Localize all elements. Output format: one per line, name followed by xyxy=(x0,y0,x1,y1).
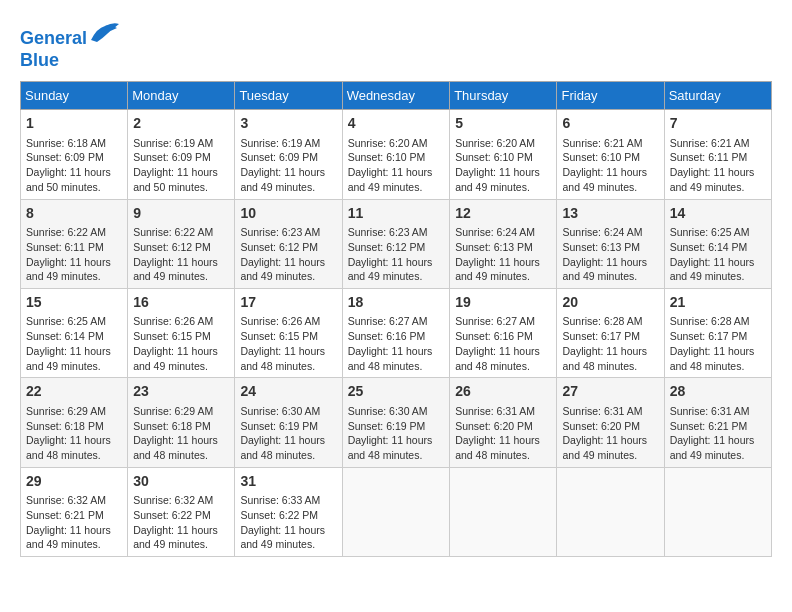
day-number: 15 xyxy=(26,293,122,313)
calendar-cell: 6Sunrise: 6:21 AMSunset: 6:10 PMDaylight… xyxy=(557,110,664,199)
calendar-cell: 2Sunrise: 6:19 AMSunset: 6:09 PMDaylight… xyxy=(128,110,235,199)
calendar-cell: 18Sunrise: 6:27 AMSunset: 6:16 PMDayligh… xyxy=(342,288,450,377)
daylight-text: Daylight: 11 hours and 49 minutes. xyxy=(240,256,325,283)
sunset-text: Sunset: 6:16 PM xyxy=(348,330,426,342)
weekday-wednesday: Wednesday xyxy=(342,82,450,110)
sunset-text: Sunset: 6:19 PM xyxy=(348,420,426,432)
daylight-text: Daylight: 11 hours and 48 minutes. xyxy=(26,434,111,461)
day-number: 16 xyxy=(133,293,229,313)
calendar-cell: 23Sunrise: 6:29 AMSunset: 6:18 PMDayligh… xyxy=(128,378,235,467)
sunrise-text: Sunrise: 6:25 AM xyxy=(670,226,750,238)
sunrise-text: Sunrise: 6:28 AM xyxy=(562,315,642,327)
sunrise-text: Sunrise: 6:27 AM xyxy=(348,315,428,327)
calendar-cell: 26Sunrise: 6:31 AMSunset: 6:20 PMDayligh… xyxy=(450,378,557,467)
calendar-cell: 8Sunrise: 6:22 AMSunset: 6:11 PMDaylight… xyxy=(21,199,128,288)
sunrise-text: Sunrise: 6:24 AM xyxy=(562,226,642,238)
day-number: 1 xyxy=(26,114,122,134)
daylight-text: Daylight: 11 hours and 48 minutes. xyxy=(133,434,218,461)
sunrise-text: Sunrise: 6:23 AM xyxy=(240,226,320,238)
sunrise-text: Sunrise: 6:19 AM xyxy=(240,137,320,149)
sunrise-text: Sunrise: 6:31 AM xyxy=(455,405,535,417)
week-row-1: 1Sunrise: 6:18 AMSunset: 6:09 PMDaylight… xyxy=(21,110,772,199)
calendar-cell: 1Sunrise: 6:18 AMSunset: 6:09 PMDaylight… xyxy=(21,110,128,199)
daylight-text: Daylight: 11 hours and 49 minutes. xyxy=(240,524,325,551)
calendar-cell: 15Sunrise: 6:25 AMSunset: 6:14 PMDayligh… xyxy=(21,288,128,377)
calendar-cell: 10Sunrise: 6:23 AMSunset: 6:12 PMDayligh… xyxy=(235,199,342,288)
calendar-cell: 21Sunrise: 6:28 AMSunset: 6:17 PMDayligh… xyxy=(664,288,771,377)
weekday-sunday: Sunday xyxy=(21,82,128,110)
weekday-thursday: Thursday xyxy=(450,82,557,110)
week-row-2: 8Sunrise: 6:22 AMSunset: 6:11 PMDaylight… xyxy=(21,199,772,288)
sunrise-text: Sunrise: 6:23 AM xyxy=(348,226,428,238)
sunset-text: Sunset: 6:09 PM xyxy=(133,151,211,163)
daylight-text: Daylight: 11 hours and 49 minutes. xyxy=(26,524,111,551)
weekday-monday: Monday xyxy=(128,82,235,110)
calendar-cell: 20Sunrise: 6:28 AMSunset: 6:17 PMDayligh… xyxy=(557,288,664,377)
day-number: 7 xyxy=(670,114,766,134)
calendar-cell xyxy=(557,467,664,556)
day-number: 4 xyxy=(348,114,445,134)
sunrise-text: Sunrise: 6:21 AM xyxy=(562,137,642,149)
sunrise-text: Sunrise: 6:25 AM xyxy=(26,315,106,327)
sunrise-text: Sunrise: 6:32 AM xyxy=(133,494,213,506)
sunset-text: Sunset: 6:18 PM xyxy=(26,420,104,432)
day-number: 12 xyxy=(455,204,551,224)
sunset-text: Sunset: 6:10 PM xyxy=(455,151,533,163)
day-number: 22 xyxy=(26,382,122,402)
day-number: 6 xyxy=(562,114,658,134)
sunset-text: Sunset: 6:11 PM xyxy=(26,241,104,253)
sunset-text: Sunset: 6:21 PM xyxy=(670,420,748,432)
sunrise-text: Sunrise: 6:22 AM xyxy=(26,226,106,238)
sunset-text: Sunset: 6:09 PM xyxy=(240,151,318,163)
day-number: 5 xyxy=(455,114,551,134)
calendar-cell: 28Sunrise: 6:31 AMSunset: 6:21 PMDayligh… xyxy=(664,378,771,467)
header: General Blue xyxy=(20,20,772,71)
sunset-text: Sunset: 6:17 PM xyxy=(562,330,640,342)
daylight-text: Daylight: 11 hours and 50 minutes. xyxy=(26,166,111,193)
sunset-text: Sunset: 6:15 PM xyxy=(240,330,318,342)
calendar-cell: 9Sunrise: 6:22 AMSunset: 6:12 PMDaylight… xyxy=(128,199,235,288)
week-row-5: 29Sunrise: 6:32 AMSunset: 6:21 PMDayligh… xyxy=(21,467,772,556)
daylight-text: Daylight: 11 hours and 49 minutes. xyxy=(133,524,218,551)
calendar-cell: 29Sunrise: 6:32 AMSunset: 6:21 PMDayligh… xyxy=(21,467,128,556)
daylight-text: Daylight: 11 hours and 48 minutes. xyxy=(240,434,325,461)
daylight-text: Daylight: 11 hours and 48 minutes. xyxy=(562,345,647,372)
sunset-text: Sunset: 6:14 PM xyxy=(670,241,748,253)
sunset-text: Sunset: 6:12 PM xyxy=(348,241,426,253)
daylight-text: Daylight: 11 hours and 48 minutes. xyxy=(348,434,433,461)
sunrise-text: Sunrise: 6:24 AM xyxy=(455,226,535,238)
daylight-text: Daylight: 11 hours and 49 minutes. xyxy=(562,434,647,461)
weekday-header-row: SundayMondayTuesdayWednesdayThursdayFrid… xyxy=(21,82,772,110)
calendar-table: SundayMondayTuesdayWednesdayThursdayFrid… xyxy=(20,81,772,557)
calendar-cell: 24Sunrise: 6:30 AMSunset: 6:19 PMDayligh… xyxy=(235,378,342,467)
calendar-cell: 27Sunrise: 6:31 AMSunset: 6:20 PMDayligh… xyxy=(557,378,664,467)
sunset-text: Sunset: 6:13 PM xyxy=(455,241,533,253)
calendar-cell: 13Sunrise: 6:24 AMSunset: 6:13 PMDayligh… xyxy=(557,199,664,288)
sunset-text: Sunset: 6:14 PM xyxy=(26,330,104,342)
sunset-text: Sunset: 6:12 PM xyxy=(133,241,211,253)
day-number: 14 xyxy=(670,204,766,224)
sunset-text: Sunset: 6:17 PM xyxy=(670,330,748,342)
sunset-text: Sunset: 6:10 PM xyxy=(562,151,640,163)
daylight-text: Daylight: 11 hours and 49 minutes. xyxy=(133,345,218,372)
sunrise-text: Sunrise: 6:19 AM xyxy=(133,137,213,149)
sunrise-text: Sunrise: 6:20 AM xyxy=(348,137,428,149)
calendar-cell: 31Sunrise: 6:33 AMSunset: 6:22 PMDayligh… xyxy=(235,467,342,556)
sunrise-text: Sunrise: 6:30 AM xyxy=(240,405,320,417)
sunset-text: Sunset: 6:21 PM xyxy=(26,509,104,521)
calendar-cell: 17Sunrise: 6:26 AMSunset: 6:15 PMDayligh… xyxy=(235,288,342,377)
week-row-3: 15Sunrise: 6:25 AMSunset: 6:14 PMDayligh… xyxy=(21,288,772,377)
day-number: 29 xyxy=(26,472,122,492)
sunset-text: Sunset: 6:11 PM xyxy=(670,151,748,163)
weekday-friday: Friday xyxy=(557,82,664,110)
calendar-cell: 30Sunrise: 6:32 AMSunset: 6:22 PMDayligh… xyxy=(128,467,235,556)
daylight-text: Daylight: 11 hours and 48 minutes. xyxy=(455,434,540,461)
calendar-cell: 14Sunrise: 6:25 AMSunset: 6:14 PMDayligh… xyxy=(664,199,771,288)
day-number: 21 xyxy=(670,293,766,313)
daylight-text: Daylight: 11 hours and 49 minutes. xyxy=(133,256,218,283)
calendar-cell xyxy=(450,467,557,556)
daylight-text: Daylight: 11 hours and 49 minutes. xyxy=(348,256,433,283)
sunrise-text: Sunrise: 6:26 AM xyxy=(240,315,320,327)
day-number: 8 xyxy=(26,204,122,224)
daylight-text: Daylight: 11 hours and 49 minutes. xyxy=(26,256,111,283)
